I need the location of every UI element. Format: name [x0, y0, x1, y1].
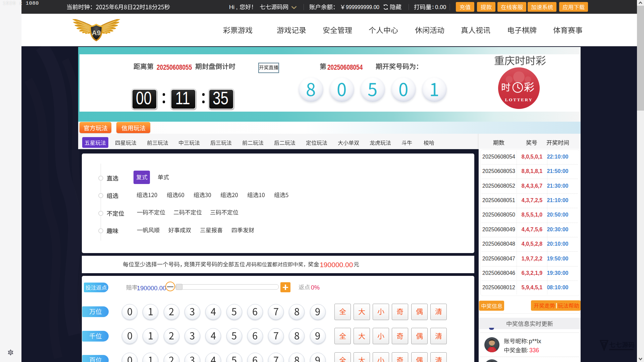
svg-text:A9: A9: [92, 29, 101, 37]
